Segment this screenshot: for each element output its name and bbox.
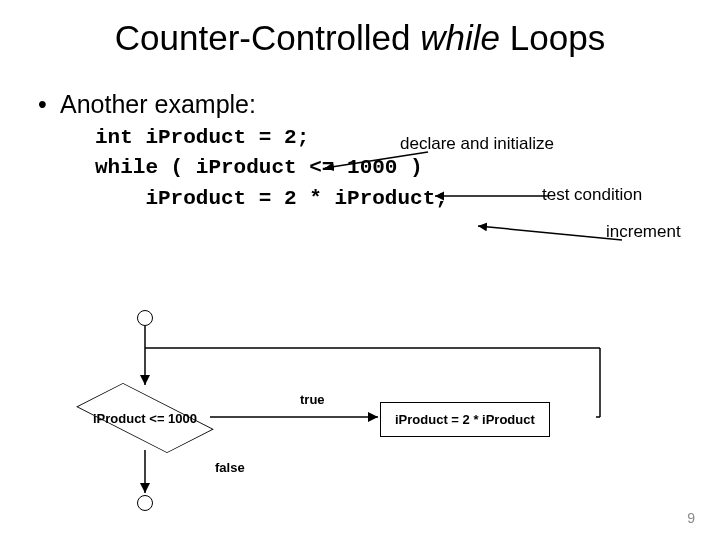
bullet-item: •Another example: (38, 90, 720, 119)
title-pre: Counter-Controlled (115, 18, 420, 57)
page-number: 9 (687, 510, 695, 526)
title-post: Loops (500, 18, 605, 57)
code-line-2: while ( iProduct <= 1000 ) (95, 153, 720, 183)
slide-title: Counter-Controlled while Loops (0, 18, 720, 58)
svg-line-2 (478, 226, 622, 240)
flowchart: iProduct <= 1000 iProduct = 2 * iProduct… (40, 310, 680, 510)
annotation-increment: increment (606, 222, 681, 242)
annotation-test-condition: test condition (542, 185, 642, 205)
title-italic: while (420, 18, 500, 57)
bullet-dot: • (38, 90, 60, 119)
bullet-text: Another example: (60, 90, 256, 118)
annotation-declare: declare and initialize (400, 134, 554, 154)
flow-condition-text: iProduct <= 1000 (80, 410, 210, 425)
